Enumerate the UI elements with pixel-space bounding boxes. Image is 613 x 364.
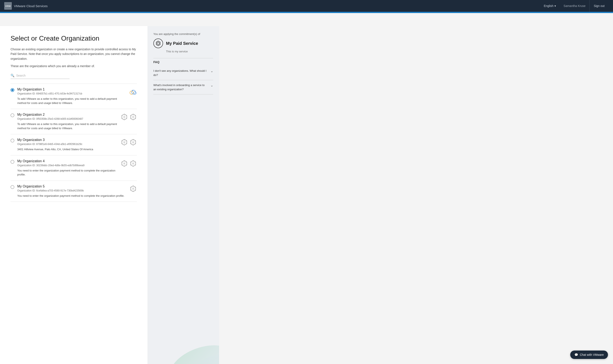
org-item-3[interactable]: My Organization 3Organization ID: 8798f1…: [11, 134, 137, 156]
svg-line-9: [122, 116, 127, 118]
svg-line-20: [131, 141, 136, 144]
faq-item-2[interactable]: What's involved in onboarding a service …: [153, 80, 213, 94]
chat-icon: 💬: [574, 353, 578, 356]
svg-line-17: [122, 141, 127, 144]
faq-title: FAQ: [153, 60, 213, 64]
svg-marker-10: [131, 114, 136, 120]
search-input[interactable]: [16, 74, 69, 77]
svg-marker-14: [122, 139, 127, 145]
service-icon: [153, 39, 163, 48]
org-icons-5: [129, 185, 137, 193]
main-content: Select or Create Organization Choose an …: [0, 26, 148, 364]
svg-line-13: [131, 116, 136, 118]
org-name-4: My Organization 4: [17, 159, 118, 163]
svg-line-24: [122, 162, 127, 165]
svg-point-37: [179, 346, 219, 364]
org-radio-3[interactable]: [11, 139, 14, 143]
chat-button[interactable]: 💬 Chat with VMware: [570, 351, 608, 359]
org-name-1: My Organization 1: [17, 88, 125, 91]
sidebar: You are applying the commitment(s) of My…: [148, 26, 219, 364]
faq-question-1[interactable]: I don't see any organizations. What shou…: [153, 69, 213, 77]
svg-marker-18: [131, 139, 136, 145]
org-icons-3: [121, 138, 137, 146]
chat-label: Chat with VMware: [580, 353, 604, 356]
svg-marker-30: [131, 186, 136, 192]
faq-item-1[interactable]: I don't see any organizations. What shou…: [153, 66, 213, 80]
faq-question-text-2: What's involved in onboarding a service …: [153, 83, 208, 91]
cloud-icon: [128, 88, 137, 96]
org-note-3: 3401 Hillview Avenue, Palo Alto, CA, Uni…: [17, 147, 118, 152]
org-details-5: My Organization 5Organization ID: 6cefa6…: [17, 184, 126, 198]
cube-icon-right: [129, 138, 137, 146]
header-right: English ▾ Samantha Kruse Sign out: [540, 0, 609, 12]
org-icons-1: [128, 88, 137, 96]
org-radio-2[interactable]: [11, 113, 14, 117]
cube-icon-single: [129, 185, 137, 193]
svg-marker-34: [156, 41, 160, 46]
org-id-3: Organization ID: 8798f1e6-64b5-434d-a5b1…: [17, 143, 118, 146]
org-icons-2: [121, 113, 137, 121]
svg-point-2: [134, 92, 136, 94]
faq-chevron-1: ⌄: [210, 69, 213, 73]
svg-marker-26: [131, 161, 136, 167]
language-label: English: [544, 4, 553, 8]
org-name-5: My Organization 5: [17, 184, 126, 188]
org-details-1: My Organization 1Organization ID: 694057…: [17, 88, 125, 105]
org-list: My Organization 1Organization ID: 694057…: [11, 84, 137, 202]
vmware-logo-text: vmw: [5, 5, 11, 7]
header: vmw VMware Cloud Services English ▾ Sama…: [0, 0, 613, 12]
applying-label: You are applying the commitment(s) of: [153, 32, 213, 36]
svg-line-16: [122, 141, 127, 144]
org-id-1: Organization ID: 694057b1-c651-47f1-b53e…: [17, 92, 125, 95]
service-row: My Paid Service: [153, 39, 213, 48]
svg-line-25: [122, 162, 127, 165]
org-name-2: My Organization 2: [17, 113, 118, 117]
org-note-1: To add VMware as a seller to this organi…: [17, 97, 125, 105]
svg-line-8: [122, 116, 127, 118]
svg-point-36: [164, 339, 219, 364]
sign-out-button[interactable]: Sign out: [589, 0, 609, 12]
org-details-2: My Organization 2Organization ID: 0f5035…: [17, 113, 118, 130]
cube-icon-left: [121, 138, 128, 146]
org-details-4: My Organization 4Organization ID: 30239d…: [17, 159, 118, 177]
faq-chevron-2: ⌄: [210, 83, 213, 87]
main-layout: Select or Create Organization Choose an …: [0, 26, 613, 364]
service-name: My Paid Service: [166, 41, 198, 46]
org-item-1[interactable]: My Organization 1Organization ID: 694057…: [11, 84, 137, 109]
org-note-5: You need to enter the organization payme…: [17, 194, 126, 198]
svg-line-33: [131, 187, 136, 190]
search-container: 🔍: [11, 74, 69, 79]
svg-line-29: [131, 162, 136, 165]
org-item-4[interactable]: My Organization 4Organization ID: 30239d…: [11, 156, 137, 181]
lang-chevron-icon: ▾: [554, 4, 556, 8]
org-radio-4[interactable]: [11, 160, 14, 164]
svg-line-21: [131, 141, 136, 144]
page-title: Select or Create Organization: [11, 35, 137, 42]
description-text: Choose an existing organization or creat…: [11, 47, 137, 61]
svg-marker-6: [122, 114, 127, 120]
member-text: These are the organizations which you ar…: [11, 64, 137, 68]
svg-line-28: [131, 162, 136, 165]
org-note-2: To add VMware as a seller to this organi…: [17, 122, 118, 130]
org-details-3: My Organization 3Organization ID: 8798f1…: [17, 138, 118, 152]
service-description: This is my service: [153, 50, 213, 53]
org-id-2: Organization ID: 0f50358b-25e3-4268-b005…: [17, 117, 118, 120]
org-radio-5[interactable]: [11, 185, 14, 189]
cube-icon-right: [129, 160, 137, 167]
org-name-3: My Organization 3: [17, 138, 118, 142]
header-logo: vmw VMware Cloud Services: [4, 2, 540, 10]
org-note-4: You need to enter the organization payme…: [17, 169, 118, 177]
cube-icon-left: [121, 160, 128, 167]
cube-icon-right: [129, 113, 137, 121]
faq-divider: [153, 58, 213, 58]
org-item-5[interactable]: My Organization 5Organization ID: 6cefa6…: [11, 181, 137, 202]
org-radio-1[interactable]: [11, 88, 14, 92]
org-item-2[interactable]: My Organization 2Organization ID: 0f5035…: [11, 109, 137, 134]
language-selector[interactable]: English ▾: [540, 4, 560, 8]
faq-question-text-1: I don't see any organizations. What shou…: [153, 69, 208, 77]
org-icons-4: [121, 160, 137, 167]
sidebar-decoration: [160, 339, 219, 364]
faq-question-2[interactable]: What's involved in onboarding a service …: [153, 83, 213, 91]
user-name: Samantha Kruse: [560, 4, 589, 8]
svg-line-12: [131, 116, 136, 118]
